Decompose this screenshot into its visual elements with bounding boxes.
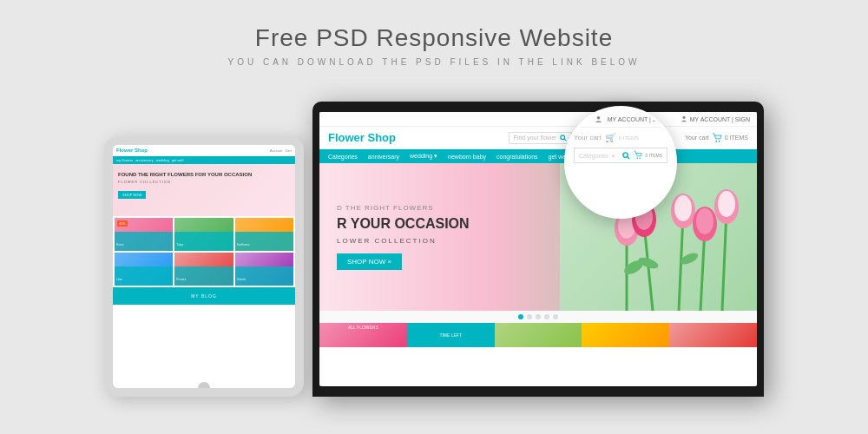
strip-time-left-label: Time Left	[437, 331, 464, 339]
tablet-bottom-bar: MY BLOG	[113, 287, 295, 305]
tablet-screen: Flower Shop Account Cart my flowers anni…	[113, 145, 295, 388]
sub-title: YOU CAN DOWNLOAD THE PSD FILES IN THE LI…	[227, 57, 640, 67]
zoom-circle-overlay: MY ACCOUNT | SIGN Your cart 🛒 0 ITEMS Ca…	[564, 106, 677, 219]
monitor-categories[interactable]: Categories	[328, 154, 358, 160]
svg-point-3	[715, 141, 717, 142]
tablet-grid-label-5: Peonies	[176, 278, 186, 281]
strip-item-3	[495, 323, 582, 347]
svg-point-22	[718, 191, 735, 217]
svg-point-27	[639, 158, 640, 159]
monitor-nav: Flower Shop Find your flower Your cart	[319, 127, 757, 149]
svg-point-18	[674, 195, 692, 221]
carousel-dot-3[interactable]	[536, 314, 541, 319]
monitor-menu-newborn[interactable]: newborn baby	[448, 154, 486, 160]
monitor-logo: Flower Shop	[328, 131, 396, 144]
tablet-shop-now-button[interactable]: SHOP NOW	[118, 191, 146, 199]
tablet-product-grid: 40% Roses Tulips Sunflowers Lilies Peoni…	[113, 216, 295, 287]
monitor-hero-content: D THE RIGHT FLOWERS R YOUR OCCASION LOWE…	[319, 187, 560, 287]
tablet-logo: Flower Shop	[116, 148, 148, 153]
zoom-search-bar[interactable]: Categories ▾ 0 ITEMS	[574, 148, 667, 163]
tablet-grid-item-1: 40% Roses	[115, 218, 173, 251]
monitor-account-text: MY ACCOUNT | SIGN	[690, 116, 750, 122]
monitor-search-placeholder: Find your flower	[514, 135, 557, 141]
tablet-grid-label-6: Orchids	[237, 278, 246, 281]
monitor-cart-label: Your cart	[685, 135, 709, 141]
tablet-menu-item-1: my flowers	[116, 158, 133, 162]
tablet-sale-badge: 40%	[117, 220, 128, 227]
cart-icon	[712, 133, 722, 143]
tablet-grid-item-5: Peonies	[174, 253, 233, 286]
monitor-account: MY ACCOUNT | SIGN	[681, 115, 750, 122]
tablet-menu-item-4: get well	[172, 158, 184, 162]
monitor-carousel-dots	[319, 311, 757, 323]
svg-point-26	[636, 158, 637, 159]
svg-line-2	[565, 139, 567, 141]
zoom-cart-icon: 🛒	[605, 133, 615, 142]
devices-container: Flower Shop Account Cart my flowers anni…	[104, 84, 764, 397]
zoom-categories-label: Categories	[579, 153, 608, 159]
search-icon	[560, 135, 567, 141]
zoom-content: MY ACCOUNT | SIGN Your cart 🛒 0 ITEMS Ca…	[567, 108, 674, 216]
strip-orange-label	[582, 323, 669, 326]
tablet-grid-item-6: Orchids	[235, 253, 293, 286]
tablet-grid-label-2: Tulips	[176, 243, 183, 247]
zoom-cart-area: Your cart 🛒 0 ITEMS	[574, 131, 667, 144]
user-icon	[681, 115, 687, 122]
strip-item-4	[582, 323, 669, 347]
zoom-cart-items: 0 ITEMS	[619, 135, 639, 141]
monitor-menu-wedding[interactable]: wedding ▾	[410, 153, 437, 160]
monitor-topbar: MY ACCOUNT | SIGN	[319, 112, 757, 127]
tablet-menu: my flowers anniversary wedding get well	[113, 156, 295, 164]
monitor-menu-congratulations[interactable]: congratulations	[496, 154, 537, 160]
tablet-grid-label-4: Lilies	[116, 278, 122, 281]
monitor-menu: Categories anniversary wedding ▾ newborn…	[319, 149, 757, 163]
svg-line-25	[627, 156, 628, 158]
tablet-hero-sub: FLOWER COLLECTION	[118, 180, 290, 184]
carousel-dot-4[interactable]	[544, 314, 549, 319]
carousel-dot-1[interactable]	[518, 314, 523, 319]
header-section: Free PSD Responsive Website YOU CAN DOWN…	[227, 0, 640, 67]
monitor-hero-eyebrow: D THE RIGHT FLOWERS	[337, 204, 542, 212]
tablet-hero-text: FOUND THE RIGHT FLOWERS FOR YOUR OCCASIO…	[118, 171, 290, 178]
zoom-user-icon	[595, 115, 602, 123]
monitor-hero-sub: LOWER COLLECTION	[337, 237, 542, 245]
svg-point-4	[718, 141, 720, 142]
monitor-bottom-strip: ALL FLOWERS Time Left	[319, 323, 757, 347]
tablet-grid-label-1: Roses	[116, 243, 124, 247]
tablet-grid-label-3: Sunflowers	[237, 243, 250, 247]
zoom-cart-label: Your cart	[574, 134, 602, 141]
svg-point-20	[696, 208, 713, 234]
svg-point-0	[682, 116, 685, 119]
monitor-screen: MY ACCOUNT | SIGN Flower Shop Find your …	[319, 112, 757, 386]
monitor-search-bar[interactable]: Find your flower	[509, 132, 573, 144]
strip-time-left: Time Left	[407, 323, 495, 347]
strip-all-flowers: ALL FLOWERS	[319, 323, 407, 347]
tablet-nav-account: Account	[270, 148, 282, 153]
tablet-grid-item-2: Tulips	[174, 218, 233, 251]
monitor-shop-now-button[interactable]: SHOP NOW »	[337, 253, 402, 270]
zoom-dropdown-arrow: ▾	[612, 153, 619, 159]
tablet-bottom-label: MY BLOG	[191, 293, 217, 299]
svg-point-1	[561, 135, 565, 139]
tablet-nav: Flower Shop Account Cart	[113, 145, 295, 156]
svg-line-9	[722, 211, 727, 311]
carousel-dot-5[interactable]	[553, 314, 558, 319]
tablet-device: Flower Shop Account Cart my flowers anni…	[104, 136, 304, 397]
carousel-dot-2[interactable]	[527, 314, 532, 319]
zoom-topbar: MY ACCOUNT | SIGN	[574, 115, 667, 128]
zoom-items-label: 0 ITEMS	[646, 153, 662, 158]
tablet-grid-item-4: Lilies	[115, 253, 173, 286]
monitor-hero: D THE RIGHT FLOWERS R YOUR OCCASION LOWE…	[319, 163, 757, 311]
monitor-menu-anniversary[interactable]: anniversary	[368, 154, 399, 160]
main-title: Free PSD Responsive Website	[227, 24, 640, 52]
monitor-cart-items: 0 ITEMS	[725, 135, 748, 141]
svg-point-24	[622, 152, 627, 156]
strip-all-flowers-label: ALL FLOWERS	[319, 323, 407, 332]
tablet-grid-item-3: Sunflowers	[235, 218, 293, 251]
monitor-hero-title: R YOUR OCCASION	[337, 215, 542, 233]
zoom-cart-svg-icon	[634, 151, 642, 160]
tablet-nav-cart: Cart	[285, 148, 292, 153]
tablet-menu-item-3: wedding	[156, 158, 169, 162]
tablet-home-button	[198, 382, 210, 394]
tablet-menu-item-2: anniversary	[135, 158, 154, 162]
